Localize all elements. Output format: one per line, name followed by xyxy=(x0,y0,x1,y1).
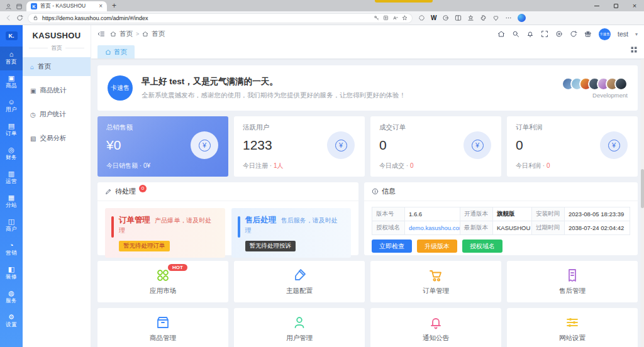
shortcut-aftersale-management[interactable]: 售后管理 xyxy=(507,261,638,302)
shortcut-order-management[interactable]: 订单管理 xyxy=(370,261,501,302)
authorize-domain-button[interactable]: 授权域名 xyxy=(462,240,502,253)
split-screen-icon[interactable] xyxy=(455,14,462,21)
lock-icon xyxy=(33,15,38,21)
refresh-icon[interactable] xyxy=(16,14,23,21)
rail-item-home[interactable]: ⌂首页 xyxy=(0,47,23,70)
rail-item-orders[interactable]: ▤订单 xyxy=(0,118,23,142)
extension-g-icon[interactable] xyxy=(442,14,449,21)
product-stats-icon: ▣ xyxy=(30,87,36,94)
alert-order-management[interactable]: 订单管理 产品爆单，请及时处理 暂无待处理订单 xyxy=(105,208,225,258)
status-tag: 暂无待处理投诉 xyxy=(245,241,296,251)
gift-icon[interactable] xyxy=(584,30,592,38)
yuan-icon: ¥ xyxy=(327,131,355,159)
latest-version: KASUSHOU xyxy=(493,221,532,235)
product-icon: ▣ xyxy=(8,75,14,82)
yuan-icon: ¥ xyxy=(191,131,218,159)
submenu-item-trade-analysis[interactable]: ▧交易分析 xyxy=(23,129,91,148)
shortcut-site-settings[interactable]: 网站设置 xyxy=(507,308,638,347)
collapse-sidebar-icon[interactable] xyxy=(97,30,105,38)
shortcut-theme-config[interactable]: 主题配置 xyxy=(234,261,365,302)
password-icon[interactable] xyxy=(374,15,379,21)
rail-item-substations[interactable]: ▦分站 xyxy=(0,190,23,214)
content-scrollbar[interactable] xyxy=(641,59,644,347)
more-menu-icon[interactable] xyxy=(505,14,512,21)
tab-close-icon[interactable]: × xyxy=(99,3,103,9)
url-text[interactable]: https://demo.kasushou.com/admin/#/index xyxy=(42,15,370,21)
pencil-icon xyxy=(105,188,112,195)
submenu-item-user-stats[interactable]: ◷用户统计 xyxy=(23,105,91,124)
favorites-bar-icon[interactable] xyxy=(467,14,474,21)
status-tag: 暂无待处理订单 xyxy=(119,241,170,251)
breadcrumb: 首页 > 首页 xyxy=(110,30,165,38)
extensions-icon[interactable] xyxy=(480,14,487,21)
upgrade-version-button[interactable]: 升级版本 xyxy=(417,240,457,253)
licensed-domain-link[interactable]: demo.kasushou.com xyxy=(405,221,460,235)
profile-icon[interactable] xyxy=(5,3,12,10)
breadcrumb-item[interactable]: 首页 xyxy=(119,30,133,38)
copilot-icon[interactable] xyxy=(518,14,526,22)
rail-item-operations[interactable]: ▥运营 xyxy=(0,166,23,190)
address-bar[interactable]: https://demo.kasushou.com/admin/#/index xyxy=(28,13,413,23)
page-tabstrip: 首页 xyxy=(91,43,644,59)
window-minimize-button[interactable] xyxy=(587,0,606,11)
search-icon[interactable] xyxy=(512,30,519,38)
stat-card-total-sales: 总销售额 ¥0 今日销售额 · 0¥ ¥ xyxy=(97,116,228,177)
user-avatar[interactable]: 卡速售 xyxy=(599,28,611,40)
scrollbar-thumb[interactable] xyxy=(641,169,644,208)
new-tab-button[interactable]: + xyxy=(107,1,121,11)
shortcut-notifications[interactable]: 通知公告 xyxy=(370,308,501,347)
home-icon[interactable] xyxy=(497,30,505,38)
enhance-icon[interactable] xyxy=(383,15,389,21)
breadcrumb-item[interactable]: 首页 xyxy=(152,30,165,38)
receipt-icon xyxy=(565,268,580,283)
shortcut-product-management[interactable]: 商品管理 xyxy=(97,308,228,347)
rail-item-marketing[interactable]: ◔营销 xyxy=(0,238,23,262)
username[interactable]: test xyxy=(618,30,628,38)
window-close-button[interactable]: × xyxy=(625,0,644,11)
rail-item-settings[interactable]: ⚙设置 xyxy=(0,309,23,333)
greeting-title: 早上好 test，又是元气满满的一天。 xyxy=(142,76,406,87)
favorite-star-icon[interactable] xyxy=(402,15,408,21)
rail-item-services[interactable]: ◍服务 xyxy=(0,285,23,309)
info-title: 信息 xyxy=(382,187,396,196)
rail-item-finance[interactable]: ◎财务 xyxy=(0,142,23,166)
substation-icon: ▦ xyxy=(8,194,14,201)
alert-aftersale[interactable]: 售后处理 售后服务，请及时处理 暂无待处理投诉 xyxy=(231,208,352,258)
sync-icon[interactable] xyxy=(418,14,425,21)
tab-actions-icon[interactable] xyxy=(16,3,23,10)
rail-item-merchants[interactable]: ◫商户 xyxy=(0,214,23,238)
browser-tab[interactable]: K 首页 - KASUSHOU × xyxy=(26,1,107,11)
home-icon xyxy=(105,49,111,55)
submenu-item-product-stats[interactable]: ▣商品统计 xyxy=(23,81,91,100)
bell-icon[interactable] xyxy=(526,30,534,38)
rail-item-decoration[interactable]: ◧装修 xyxy=(0,262,23,285)
app-logo[interactable]: K. xyxy=(0,25,23,47)
shortcut-user-management[interactable]: 用户管理 xyxy=(234,308,365,347)
check-now-button[interactable]: 立即检查 xyxy=(372,240,412,253)
hot-badge: HOT xyxy=(168,264,187,271)
tab-home[interactable]: 首页 xyxy=(97,45,135,58)
window-restore-button[interactable] xyxy=(606,0,625,11)
version-table: 版本号1.6.6 开通版本旗舰版 安装时间2023-08-05 18:23:39… xyxy=(372,207,630,235)
back-icon[interactable] xyxy=(5,14,12,21)
reload-icon[interactable] xyxy=(570,30,577,38)
read-aloud-icon[interactable] xyxy=(392,15,398,21)
submenu-item-home[interactable]: ⌂首页 xyxy=(23,57,91,76)
chevron-down-icon[interactable]: ▾ xyxy=(635,31,638,37)
fullscreen-icon[interactable] xyxy=(541,30,548,38)
tab-options-icon[interactable] xyxy=(630,46,638,55)
theme-icon[interactable] xyxy=(555,30,563,38)
yuan-icon: ¥ xyxy=(464,131,491,159)
theme-brush-icon xyxy=(292,268,307,283)
browser-essentials-icon[interactable] xyxy=(492,14,499,21)
rail-item-products[interactable]: ▣商品 xyxy=(0,70,23,94)
rail-item-users[interactable]: ☺用户 xyxy=(0,94,23,118)
install-time: 2023-08-05 18:23:39 xyxy=(565,207,630,221)
shortcut-app-market[interactable]: HOT 应用市场 xyxy=(97,261,228,302)
info-icon xyxy=(372,188,379,195)
finance-icon: ◎ xyxy=(8,146,14,153)
browser-toolbar: https://demo.kasushou.com/admin/#/index … xyxy=(0,11,644,25)
wikipedia-extension-icon[interactable]: W xyxy=(431,14,436,21)
browser-window: K 首页 - KASUSHOU × + × https://demo.kasus… xyxy=(0,0,644,347)
merchant-icon: ◫ xyxy=(8,218,14,225)
